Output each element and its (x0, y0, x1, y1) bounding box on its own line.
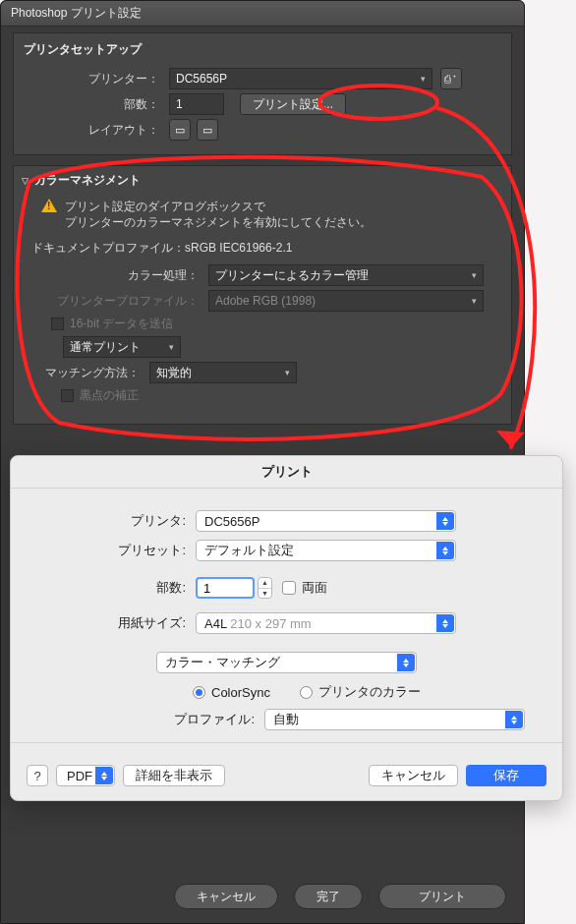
mac-paper-select[interactable]: A4L 210 x 297 mm (196, 612, 456, 634)
layout-landscape-icon[interactable]: ▭ (197, 119, 218, 141)
select-caps-icon (95, 767, 113, 784)
mac-profile-label: プロファイル: (30, 711, 264, 728)
copies-input[interactable] (169, 93, 224, 115)
layout-label: レイアウト： (14, 122, 169, 139)
color-management-heading: カラーマネジメント (34, 172, 141, 189)
color-management-warning: プリント設定のダイアログボックスで プリンターのカラーマネジメントを有効にしてく… (14, 195, 511, 232)
chevron-down-icon: ▾ (415, 74, 426, 84)
rendering-intent-label: マッチング方法： (14, 365, 149, 381)
layout-portrait-icon[interactable]: ▭ (169, 119, 191, 141)
chevron-down-icon: ▾ (163, 342, 174, 352)
send-16bit-label: 16-bit データを送信 (70, 316, 173, 332)
printer-profile-label: プリンタープロファイル： (14, 293, 208, 310)
printer-profile-select: Adobe RGB (1998)▾ (208, 290, 484, 312)
disclosure-triangle-icon[interactable]: ▽ (22, 176, 29, 186)
sheet-title: プリント (11, 456, 562, 489)
mac-preset-label: プリセット: (30, 542, 196, 559)
dialog-title: Photoshop プリント設定 (11, 5, 142, 22)
color-management-heading-row[interactable]: ▽ カラーマネジメント (14, 166, 511, 195)
divider (11, 742, 562, 743)
select-caps-icon (505, 711, 523, 728)
chevron-down-icon: ▾ (466, 270, 477, 280)
print-type-select[interactable]: 通常プリント▾ (63, 336, 181, 358)
warning-triangle-icon (41, 199, 57, 212)
mac-preset-select[interactable]: デフォルト設定 (196, 540, 456, 561)
radio-icon (193, 686, 205, 699)
select-caps-icon (436, 542, 454, 559)
stepper-down-icon[interactable]: ▼ (259, 589, 271, 599)
printer-color-radio-row[interactable]: プリンタのカラー (300, 683, 421, 701)
photoshop-dialog-footer: キャンセル 完了 プリント (174, 884, 506, 909)
printer-label: プリンター： (14, 71, 169, 87)
help-button[interactable]: ? (27, 765, 48, 786)
ps-done-button[interactable]: 完了 (294, 884, 363, 909)
hide-details-button[interactable]: 詳細を非表示 (123, 765, 225, 786)
colorsync-radio-row[interactable]: ColorSync (193, 685, 270, 700)
mac-sheet-footer: ? PDF 詳細を非表示 キャンセル 保存 (11, 761, 562, 800)
rendering-intent-select[interactable]: 知覚的▾ (149, 362, 297, 383)
mac-cancel-button[interactable]: キャンセル (369, 765, 458, 786)
mac-copies-label: 部数: (30, 579, 196, 597)
mac-copies-input[interactable] (196, 577, 255, 599)
ps-cancel-button[interactable]: キャンセル (174, 884, 278, 909)
ps-print-button[interactable]: プリント (378, 884, 506, 909)
send-16bit-checkbox (51, 318, 64, 330)
printer-plus-icon[interactable]: ⎙⁺ (440, 68, 462, 89)
select-caps-icon (436, 512, 454, 530)
radio-icon (300, 686, 313, 699)
mac-section-select[interactable]: カラー・マッチング (156, 652, 417, 673)
pdf-menu-button[interactable]: PDF (56, 765, 115, 786)
mac-duplex-checkbox[interactable] (282, 581, 296, 595)
color-matching-radio-group: ColorSync プリンタのカラー (30, 683, 543, 701)
chevron-down-icon: ▾ (466, 296, 477, 306)
color-handling-select[interactable]: プリンターによるカラー管理▾ (208, 264, 484, 286)
mac-printer-select[interactable]: DC5656P (196, 510, 456, 532)
copies-label: 部数： (14, 96, 169, 113)
stepper-up-icon[interactable]: ▲ (259, 578, 271, 589)
mac-copies-stepper[interactable]: ▲▼ (258, 577, 272, 599)
chevron-down-icon: ▾ (279, 368, 290, 377)
dialog-titlebar[interactable]: Photoshop プリント設定 (1, 1, 524, 27)
printer-select[interactable]: DC5656P▾ (169, 68, 432, 89)
select-caps-icon (397, 654, 415, 671)
print-settings-button[interactable]: プリント設定... (240, 93, 346, 115)
mac-printer-label: プリンタ: (30, 512, 196, 530)
mac-profile-select[interactable]: 自動 (264, 709, 525, 730)
printer-setup-panel: プリンタセットアップ プリンター： DC5656P▾ ⎙⁺ 部数： プリント設定… (13, 32, 512, 155)
mac-paper-label: 用紙サイズ: (30, 614, 196, 632)
document-profile-text: ドキュメントプロファイル：sRGB IEC61966-2.1 (14, 232, 511, 260)
black-point-checkbox (61, 389, 74, 402)
macos-print-sheet: プリント プリンタ: DC5656P プリセット: デフォルト設定 部数: ▲▼… (10, 455, 563, 801)
printer-setup-heading: プリンタセットアップ (14, 33, 511, 64)
select-caps-icon (436, 614, 454, 632)
color-management-panel: ▽ カラーマネジメント プリント設定のダイアログボックスで プリンターのカラーマ… (13, 165, 512, 425)
mac-save-button[interactable]: 保存 (466, 765, 547, 786)
black-point-label: 黒点の補正 (80, 387, 139, 404)
color-handling-label: カラー処理： (14, 267, 208, 284)
mac-duplex-label: 両面 (302, 579, 327, 597)
